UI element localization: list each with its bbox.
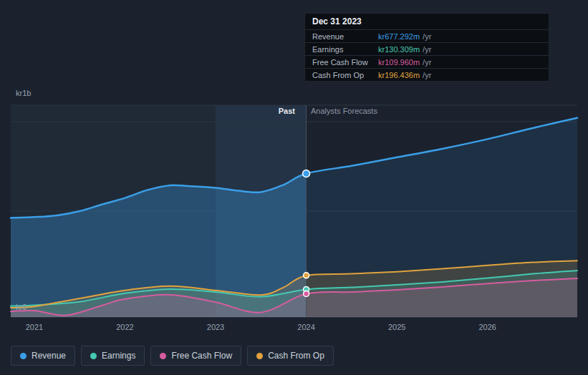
- tooltip-row-free-cash-flow: Free Cash Flow kr109.960m /yr: [305, 55, 549, 68]
- legend-label: Earnings: [102, 351, 135, 361]
- chart-tooltip: Dec 31 2023 Revenue kr677.292m /yr Earni…: [304, 13, 549, 82]
- tooltip-row-value: kr130.309m: [378, 45, 420, 54]
- earnings-revenue-chart-panel: kr1b kr0 Past Analysts Forecasts 2021202…: [0, 0, 588, 375]
- x-tick-label: 2024: [291, 323, 322, 331]
- analysts-forecasts-section-label: Analysts Forecasts: [311, 107, 377, 115]
- tooltip-row-label: Revenue: [312, 32, 378, 41]
- x-tick-label: 2022: [109, 323, 140, 331]
- free-cash-flow-marker-dot: [304, 291, 309, 296]
- legend-item-earnings[interactable]: Earnings: [81, 346, 145, 366]
- tooltip-row-value: kr677.292m: [378, 32, 420, 41]
- chart-legend: Revenue Earnings Free Cash Flow Cash Fro…: [11, 346, 334, 366]
- legend-label: Cash From Op: [268, 351, 324, 361]
- tooltip-row-label: Cash From Op: [312, 71, 378, 79]
- tooltip-date: Dec 31 2023: [305, 14, 549, 29]
- tooltip-row-cash-from-op: Cash From Op kr196.436m /yr: [305, 68, 549, 81]
- tooltip-row-label: Free Cash Flow: [312, 58, 378, 67]
- legend-item-revenue[interactable]: Revenue: [11, 346, 75, 366]
- revenue-marker-dot: [303, 170, 310, 177]
- tooltip-row-value: kr109.960m: [378, 58, 420, 67]
- tooltip-row-label: Earnings: [312, 45, 378, 54]
- tooltip-row-suffix: /yr: [423, 58, 431, 67]
- tooltip-row-suffix: /yr: [423, 45, 431, 54]
- y-axis-label-top: kr1b: [16, 89, 31, 97]
- tooltip-row-suffix: /yr: [423, 32, 431, 41]
- cash-from-op-legend-dot-icon: [256, 353, 263, 359]
- earnings-legend-dot-icon: [90, 353, 97, 359]
- x-tick-label: 2021: [19, 323, 50, 331]
- past-section-label: Past: [0, 107, 295, 115]
- legend-item-cash-from-op[interactable]: Cash From Op: [247, 346, 334, 366]
- tooltip-row-revenue: Revenue kr677.292m /yr: [305, 29, 549, 42]
- x-tick-label: 2026: [472, 323, 503, 331]
- revenue-legend-dot-icon: [20, 353, 26, 359]
- cash-from-op-marker-dot: [304, 273, 309, 278]
- legend-label: Free Cash Flow: [171, 351, 232, 361]
- tooltip-row-value: kr196.436m: [378, 71, 420, 79]
- legend-label: Revenue: [32, 351, 66, 361]
- x-tick-label: 2023: [200, 323, 231, 331]
- tooltip-row-suffix: /yr: [423, 71, 431, 79]
- legend-item-free-cash-flow[interactable]: Free Cash Flow: [150, 346, 241, 366]
- y-axis-label-bottom: kr0: [16, 303, 26, 311]
- tooltip-row-earnings: Earnings kr130.309m /yr: [305, 42, 549, 55]
- x-tick-label: 2025: [381, 323, 413, 331]
- free-cash-flow-legend-dot-icon: [160, 353, 166, 359]
